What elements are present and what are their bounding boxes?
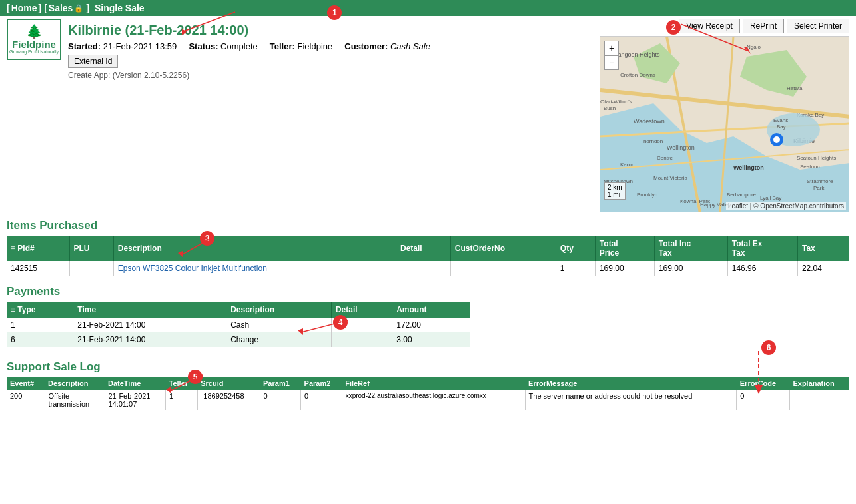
teller-label: Teller: bbox=[270, 41, 295, 51]
view-receipt-button[interactable]: View Receipt bbox=[679, 19, 740, 33]
payment-type-2: 6 bbox=[7, 332, 73, 347]
col-total-price: TotalPrice bbox=[595, 236, 654, 261]
nav-sep2: ] bbox=[86, 3, 92, 13]
sale-title: Kilbirnie (21-Feb-2021 14:00) bbox=[68, 23, 248, 38]
col-plu: PLU bbox=[69, 236, 113, 261]
map-attribution: Leaflet | © OpenStreetMap.contributors bbox=[726, 202, 846, 210]
customer-value: Cash Sale bbox=[390, 41, 430, 51]
nav-sales-link[interactable]: Sales bbox=[49, 3, 73, 13]
sup-col-datetime: DateTime bbox=[105, 377, 166, 390]
sup-desc: Offsitetransmission bbox=[45, 390, 105, 410]
map-svg: Rangoon Heights Ngaio Crofton Downs Otar… bbox=[600, 37, 849, 212]
svg-text:Wellington: Wellington bbox=[667, 144, 695, 151]
pay-col-time: Time bbox=[73, 302, 226, 318]
col-qty: Qty bbox=[556, 236, 595, 261]
nav-page-title: Single Sale bbox=[95, 3, 145, 13]
svg-text:Karori: Karori bbox=[620, 162, 635, 168]
annotation-3: 3 bbox=[200, 231, 214, 246]
sup-errorcode: 0 bbox=[737, 390, 790, 410]
svg-text:Crofton Downs: Crofton Downs bbox=[620, 72, 655, 78]
svg-text:Wellington: Wellington bbox=[733, 164, 764, 171]
sup-teller: 1 bbox=[166, 390, 198, 410]
svg-text:Strathmore: Strathmore bbox=[807, 178, 833, 184]
item-custorderno bbox=[450, 261, 556, 276]
sup-param2: 0 bbox=[301, 390, 342, 410]
items-section: 3 Items Purchased ≡ Pid# PLU Description… bbox=[7, 219, 849, 276]
main-content: 3 Items Purchased ≡ Pid# PLU Description… bbox=[0, 219, 856, 423]
item-detail bbox=[396, 261, 450, 276]
sup-col-errorcode: ErrorCode bbox=[737, 377, 790, 390]
map-scale: 2 km 1 mi bbox=[604, 182, 626, 200]
payment-amount-1: 172.00 bbox=[392, 318, 470, 332]
item-tax: 22.04 bbox=[797, 261, 849, 276]
pay-col-type: ≡ Type bbox=[7, 302, 73, 318]
item-total-price: 169.00 bbox=[595, 261, 654, 276]
payment-amount-2: 3.00 bbox=[392, 332, 470, 347]
svg-text:Lyall Bay: Lyall Bay bbox=[760, 195, 781, 201]
items-table: ≡ Pid# PLU Description Detail CustOrderN… bbox=[7, 236, 849, 276]
customer-label: Customer: bbox=[344, 41, 388, 51]
col-pid: ≡ Pid# bbox=[7, 236, 69, 261]
sup-event: 200 bbox=[7, 390, 45, 410]
payment-row-1: 1 21-Feb-2021 14:00 Cash 172.00 bbox=[7, 318, 470, 332]
annotation-6: 6 bbox=[761, 340, 776, 355]
payment-row-2: 6 21-Feb-2021 14:00 Change 3.00 bbox=[7, 332, 470, 347]
annotation-4: 4 bbox=[333, 315, 348, 330]
teller-value: Fieldpine bbox=[297, 41, 332, 51]
svg-text:Evans: Evans bbox=[773, 117, 788, 123]
pay-col-description: Description bbox=[226, 302, 332, 318]
support-table: Event# Description DateTime Teller Srcui… bbox=[7, 377, 849, 410]
svg-text:Park: Park bbox=[813, 185, 825, 191]
support-section: 5 6 Support Sale Log Event# Description … bbox=[7, 360, 849, 410]
annotation-1: 1 bbox=[327, 5, 342, 20]
sup-col-param2: Param2 bbox=[301, 377, 342, 390]
annotation-5: 5 bbox=[188, 370, 203, 384]
svg-text:Centre: Centre bbox=[657, 155, 673, 161]
item-pid: 142515 bbox=[7, 261, 69, 276]
nav-sep1: ] [ bbox=[39, 3, 47, 13]
status-value: Complete bbox=[220, 41, 258, 51]
col-tax: Tax bbox=[797, 236, 849, 261]
logo: 🌲 Fieldpine Growing Profit Naturally bbox=[7, 19, 61, 60]
top-nav-bar: [ Home ] [ Sales 🔒 ] Single Sale bbox=[0, 0, 856, 16]
zoom-out-button[interactable]: − bbox=[604, 55, 619, 70]
sup-datetime: 21-Feb-202114:01:07 bbox=[105, 390, 166, 410]
payment-time-2: 21-Feb-2021 14:00 bbox=[73, 332, 226, 347]
nav-separator: [ bbox=[7, 3, 10, 13]
item-qty: 1 bbox=[556, 261, 595, 276]
started-label: Started: bbox=[68, 41, 101, 51]
svg-text:Thorndon: Thorndon bbox=[640, 138, 663, 144]
sup-col-param1: Param1 bbox=[260, 377, 301, 390]
item-total-ex-tax: 146.96 bbox=[727, 261, 797, 276]
payment-time-1: 21-Feb-2021 14:00 bbox=[73, 318, 226, 332]
annotation-2: 2 bbox=[666, 20, 681, 35]
zoom-in-button[interactable]: + bbox=[604, 41, 619, 55]
svg-text:Bay: Bay bbox=[777, 124, 786, 130]
sup-explanation bbox=[789, 390, 849, 410]
col-custorderno: CustOrderNo bbox=[450, 236, 556, 261]
svg-text:Brooklyn: Brooklyn bbox=[637, 192, 657, 198]
logo-name: Fieldpine bbox=[12, 39, 56, 49]
svg-text:Hatatai: Hatatai bbox=[787, 85, 804, 91]
payment-desc-2: Change bbox=[226, 332, 332, 347]
zoom-controls: + − bbox=[604, 41, 619, 70]
select-printer-button[interactable]: Select Printer bbox=[787, 19, 849, 33]
col-total-ex-tax: Total ExTax bbox=[727, 236, 797, 261]
svg-point-43 bbox=[773, 136, 780, 143]
items-section-title: Items Purchased bbox=[7, 219, 849, 232]
col-detail: Detail bbox=[396, 236, 450, 261]
external-id-button[interactable]: External Id bbox=[68, 55, 118, 68]
svg-text:Bush: Bush bbox=[604, 105, 616, 111]
reprint-button[interactable]: RePrint bbox=[743, 19, 784, 33]
pay-col-amount: Amount bbox=[392, 302, 470, 318]
payment-detail-2 bbox=[331, 332, 392, 347]
nav-home-link[interactable]: Home bbox=[11, 3, 37, 13]
map-buttons: View Receipt RePrint Select Printer bbox=[600, 19, 849, 33]
sup-col-event: Event# bbox=[7, 377, 45, 390]
items-table-row: 142515 Epson WF3825 Colour Inkjet Multif… bbox=[7, 261, 849, 276]
payment-type-1: 1 bbox=[7, 318, 73, 332]
svg-text:Ngaio: Ngaio bbox=[747, 44, 761, 50]
col-total-inc-tax: Total IncTax bbox=[654, 236, 727, 261]
item-description-link[interactable]: Epson WF3825 Colour Inkjet Multifunction bbox=[118, 264, 267, 273]
status-label: Status: bbox=[189, 41, 218, 51]
